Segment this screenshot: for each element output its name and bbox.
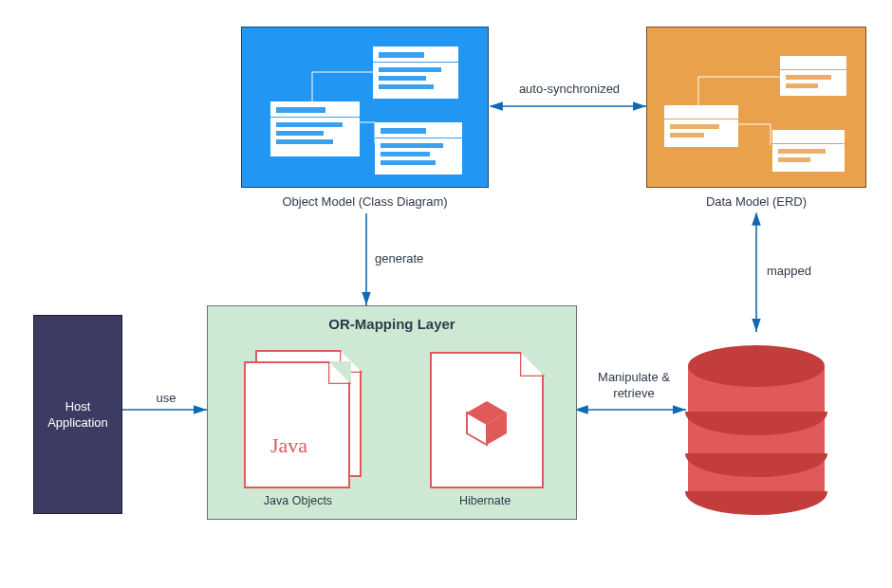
edge-auto-sync-label: auto-synchronized [503,82,636,96]
object-model-panel [241,27,489,188]
edge-generate-label: generate [375,251,451,266]
orm-layer: OR-Mapping Layer Java Java Objects Hiber… [207,305,577,520]
database-icon [683,332,830,522]
erd-card [664,105,738,147]
svg-marker-1 [328,361,351,384]
java-objects-label: Java Objects [236,494,360,507]
edge-mapped-label: mapped [767,264,843,278]
orm-title: OR-Mapping Layer [208,316,576,332]
svg-marker-2 [520,352,545,377]
svg-point-13 [688,345,825,387]
java-text: Java [270,433,307,458]
hibernate-label: Hibernate [420,494,549,507]
class-card [270,101,360,156]
host-application: Host Application [33,315,122,514]
edge-use-label: use [142,391,190,405]
host-application-label: Host Application [34,399,121,432]
erd-card [780,56,846,96]
hibernate-file [430,352,544,488]
data-model-label: Data Model (ERD) [646,194,866,209]
java-file-front: Java [244,361,350,488]
edge-manipulate-label: Manipulate & retrieve [586,370,681,402]
class-card [373,46,458,99]
hibernate-cube-icon [463,399,511,447]
object-model-label: Object Model (Class Diagram) [241,194,489,209]
erd-card [772,130,845,172]
data-model-panel [646,27,866,188]
class-card [375,122,462,175]
